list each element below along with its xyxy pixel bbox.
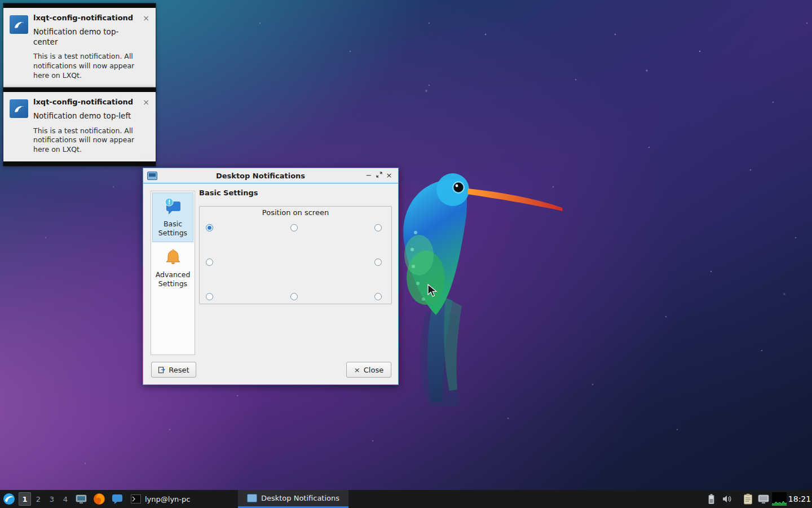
notification-bottom-bar	[3, 161, 156, 166]
quicklaunch-firefox[interactable]	[92, 490, 107, 508]
notification-top-bar	[3, 3, 156, 8]
close-button-label: Close	[364, 366, 383, 374]
notification-top-left[interactable]: × lxqt-config-notificationd Notification…	[3, 87, 156, 166]
position-on-screen-groupbox: Position on screen	[199, 206, 392, 304]
clipboard-icon	[743, 493, 753, 505]
sidebar-item-label: Advanced Settings	[152, 270, 193, 289]
hummingbird-wallpaper-art	[386, 165, 572, 408]
workspace-button-4[interactable]: 4	[59, 492, 72, 506]
file-manager-icon	[76, 494, 87, 504]
tray-system-monitor-graph[interactable]	[771, 490, 787, 508]
notification-top-center[interactable]: × lxqt-config-notificationd Notification…	[3, 3, 156, 92]
window-title: Desktop Notifications	[157, 172, 364, 180]
tray-display[interactable]	[757, 490, 770, 508]
position-radio-middle-left[interactable]	[206, 259, 213, 266]
workspace-button-1[interactable]: 1	[19, 492, 31, 506]
notification-close-icon[interactable]: ×	[142, 14, 151, 23]
position-radio-middle-right[interactable]	[374, 259, 382, 266]
notification-body: This is a test notification. All notific…	[33, 52, 143, 81]
notification-body: This is a test notification. All notific…	[33, 126, 143, 155]
window-titlebar[interactable]: Desktop Notifications − ×	[143, 168, 398, 183]
close-button[interactable]: × Close	[346, 362, 391, 378]
notification-top-bar	[3, 87, 156, 92]
section-heading: Basic Settings	[199, 189, 258, 197]
position-radio-top-center[interactable]	[290, 224, 298, 231]
sidebar-item-basic-settings[interactable]: ! Basic Settings	[152, 192, 193, 242]
tray-clipboard[interactable]	[741, 490, 754, 508]
reset-icon	[158, 366, 165, 374]
terminal-icon	[131, 494, 141, 503]
lxqt-app-icon	[10, 99, 28, 118]
tray-battery[interactable]	[705, 490, 717, 508]
position-radio-top-left[interactable]	[206, 224, 213, 231]
notification-app-name: lxqt-config-notificationd	[33, 14, 149, 22]
position-radio-bottom-left[interactable]	[206, 293, 213, 300]
reset-button[interactable]: Reset	[151, 362, 196, 378]
notification-summary: Notification demo top-left	[33, 111, 140, 121]
notification-summary: Notification demo top-center	[33, 27, 140, 47]
taskbar-clock[interactable]: 18:21	[787, 490, 812, 508]
close-button-x-icon: ×	[354, 366, 360, 374]
reset-button-label: Reset	[169, 366, 189, 374]
tray-volume[interactable]	[721, 490, 734, 508]
notification-close-icon[interactable]: ×	[142, 98, 151, 107]
workspace-button-3[interactable]: 3	[46, 492, 58, 506]
groupbox-title: Position on screen	[200, 208, 391, 217]
workspace-button-2[interactable]: 2	[32, 492, 45, 506]
lxqt-logo-icon	[2, 492, 16, 506]
taskbar-task-terminal[interactable]: lynp@lyn-pc	[126, 490, 195, 508]
quicklaunch-file-manager[interactable]	[74, 490, 89, 508]
position-radio-bottom-center[interactable]	[290, 293, 298, 300]
advanced-settings-bell-icon	[152, 246, 193, 269]
desktop-notifications-window: Desktop Notifications − × Basic Settings…	[143, 168, 399, 385]
sidebar-item-label: Basic Settings	[152, 220, 193, 238]
cpu-graph-icon	[772, 492, 787, 506]
settings-sidebar: ! Basic Settings Advanced Settings	[151, 191, 195, 355]
notification-app-name: lxqt-config-notificationd	[33, 98, 149, 106]
taskbar: 1 2 3 4	[0, 490, 812, 508]
quicklaunch-messenger[interactable]	[110, 490, 125, 508]
sidebar-item-advanced-settings[interactable]: Advanced Settings	[152, 243, 193, 293]
taskbar-task-desktop-notifications[interactable]: Desktop Notifications	[238, 490, 348, 508]
close-button-icon[interactable]: ×	[384, 169, 394, 182]
desktop: × lxqt-config-notificationd Notification…	[0, 0, 812, 508]
minimize-button-icon[interactable]: −	[364, 169, 374, 182]
task-label: lynp@lyn-pc	[145, 495, 190, 503]
chat-bubble-icon	[112, 493, 123, 505]
start-menu-button[interactable]	[1, 490, 17, 508]
svg-text:!: !	[167, 199, 170, 205]
task-label: Desktop Notifications	[261, 494, 339, 502]
firefox-icon	[93, 493, 105, 505]
position-radio-bottom-right[interactable]	[374, 293, 382, 300]
wallpaper-stars	[0, 0, 1, 1]
position-radio-top-right[interactable]	[374, 224, 382, 231]
window-icon	[247, 494, 257, 502]
speaker-icon	[722, 494, 732, 503]
battery-icon	[708, 494, 714, 504]
monitor-icon	[758, 494, 769, 504]
basic-settings-bubble-icon: !	[152, 195, 193, 218]
lxqt-app-icon	[10, 15, 28, 34]
mouse-cursor	[427, 284, 438, 299]
window-icon	[147, 172, 157, 180]
maximize-button-icon[interactable]	[374, 169, 384, 182]
